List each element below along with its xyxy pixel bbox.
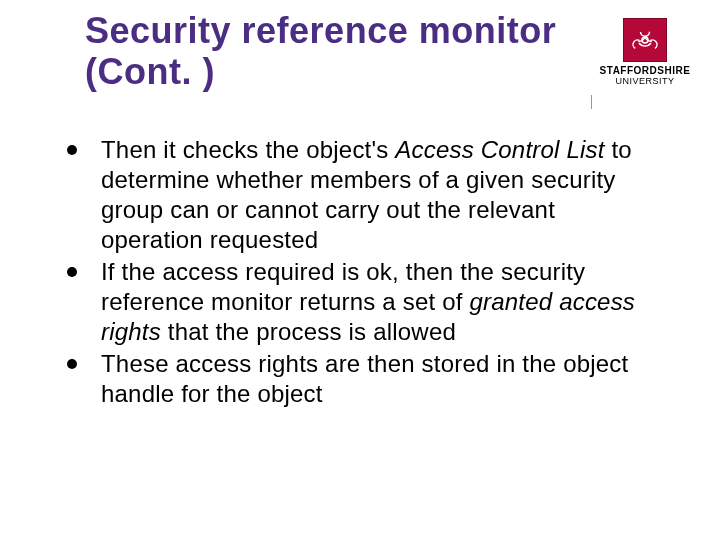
logo-text: STAFFORDSHIRE UNIVERSITY <box>590 66 700 86</box>
list-item: Then it checks the object's Access Contr… <box>65 135 655 255</box>
bullet-text: that the process is allowed <box>161 318 456 345</box>
svg-point-1 <box>641 27 650 36</box>
logo-divider <box>591 95 592 109</box>
bullet-text: These access rights are then stored in t… <box>101 350 628 407</box>
slide-title: Security reference monitor (Cont. ) <box>85 10 585 93</box>
list-item: These access rights are then stored in t… <box>65 349 655 409</box>
bullet-list: Then it checks the object's Access Contr… <box>65 135 655 409</box>
logo-text-line2: UNIVERSITY <box>615 76 674 86</box>
slide-body: Then it checks the object's Access Contr… <box>65 135 655 411</box>
logo-text-line1: STAFFORDSHIRE <box>600 65 691 76</box>
slide: Security reference monitor (Cont. ) STAF… <box>0 0 720 540</box>
university-logo: STAFFORDSHIRE UNIVERSITY <box>590 18 700 86</box>
bullet-em: Access Control List <box>395 136 604 163</box>
bullet-text: Then it checks the object's <box>101 136 395 163</box>
biohazard-icon <box>623 18 667 62</box>
list-item: If the access required is ok, then the s… <box>65 257 655 347</box>
